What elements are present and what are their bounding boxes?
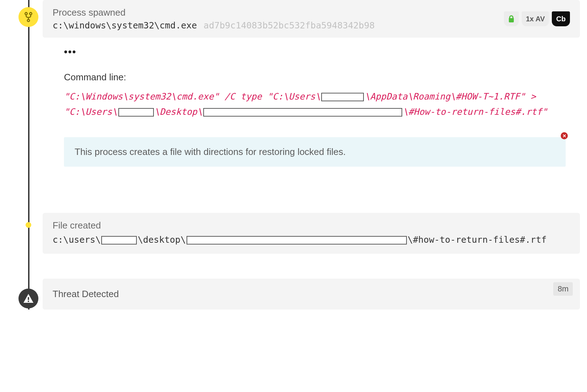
redacted-segment <box>101 236 137 245</box>
event-process-spawned: Process spawned c:\windows\system32\cmd.… <box>43 0 580 188</box>
av-badge[interactable]: 1x AV <box>522 11 549 26</box>
event-header[interactable]: Threat Detected 8m <box>43 279 580 310</box>
event-title: Process spawned <box>53 7 497 18</box>
command-line-label: Command line: <box>64 72 566 83</box>
cmd-segment: \#How-to-return-files#.rtf" <box>403 107 547 117</box>
lock-icon <box>508 15 515 22</box>
event-body: ••• Command line: "C:\Windows\system32\c… <box>43 38 580 188</box>
event-file-created: File created c:\users\\desktop\\#how-to-… <box>43 213 580 254</box>
event-header[interactable]: File created c:\users\\desktop\\#how-to-… <box>43 213 580 254</box>
timeline-rail <box>28 0 29 310</box>
redacted-segment <box>187 236 407 245</box>
redacted-segment <box>203 108 402 117</box>
event-title: File created <box>53 220 570 231</box>
path-segment: c:\users\ <box>53 235 101 245</box>
event-hash: ad7b9c14083b52bc532fba5948342b98 <box>204 20 375 31</box>
event-path: c:\users\\desktop\\#how-to-return-files#… <box>53 233 570 247</box>
alert-icon <box>18 289 38 308</box>
path-segment: \#how-to-return-files#.rtf <box>408 235 546 245</box>
redacted-segment <box>118 108 154 117</box>
time-badge: 8m <box>553 282 573 296</box>
lock-badge[interactable] <box>504 11 519 26</box>
cmd-segment: \Desktop\ <box>155 107 203 117</box>
event-path: c:\windows\system32\cmd.exe <box>53 20 197 31</box>
event-header[interactable]: Process spawned c:\windows\system32\cmd.… <box>43 0 580 38</box>
analysis-note: This process creates a file with directi… <box>64 137 566 167</box>
redacted-segment <box>321 93 364 101</box>
event-title: Threat Detected <box>53 289 119 300</box>
more-icon[interactable]: ••• <box>64 46 566 58</box>
close-icon[interactable]: ✕ <box>561 132 568 139</box>
svg-rect-3 <box>28 297 29 300</box>
svg-point-1 <box>29 12 32 15</box>
svg-point-2 <box>27 19 29 21</box>
svg-rect-4 <box>28 301 29 302</box>
command-line-value: "C:\Windows\system32\cmd.exe" /C type "C… <box>64 89 566 119</box>
cb-badge[interactable]: Cb <box>552 11 570 26</box>
svg-point-0 <box>25 12 27 15</box>
cmd-segment: "C:\Windows\system32\cmd.exe" /C type "C… <box>64 91 321 102</box>
event-threat-detected: Threat Detected 8m <box>43 279 580 310</box>
dot-icon <box>26 222 31 228</box>
path-segment: \desktop\ <box>138 235 185 245</box>
fork-icon <box>18 7 38 27</box>
